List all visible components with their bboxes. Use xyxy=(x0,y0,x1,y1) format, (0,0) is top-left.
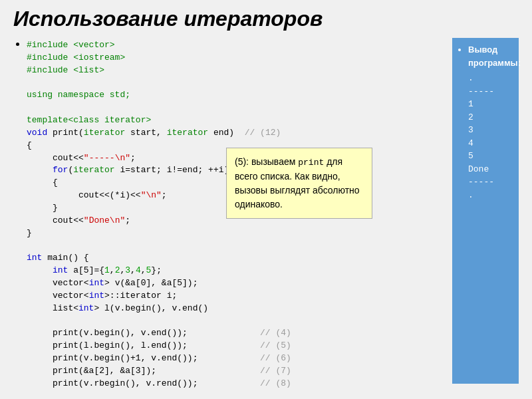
output-code: . ----- 1 2 3 4 5 Done ----- . xyxy=(468,72,513,201)
page: Использование итераторов #include <vecto… xyxy=(0,0,532,399)
code-block: #include <vector> #include <iostream> #i… xyxy=(27,39,452,399)
tooltip-code: print xyxy=(298,158,324,168)
code-list-item: #include <vector> #include <iostream> #i… xyxy=(27,38,452,399)
tooltip-text1: (5): вызываем xyxy=(235,156,298,167)
code-section: #include <vector> #include <iostream> #i… xyxy=(13,38,452,384)
tooltip-box: (5): вызываем print для всего списка. Ка… xyxy=(226,148,372,219)
code-list: #include <vector> #include <iostream> #i… xyxy=(13,38,452,399)
right-panel: Вывод программы: . ----- 1 2 3 4 5 Done … xyxy=(452,38,519,384)
right-panel-item: Вывод программы: . ----- 1 2 3 4 5 Done … xyxy=(468,43,513,201)
page-title: Использование итераторов xyxy=(13,7,519,31)
main-content: #include <vector> #include <iostream> #i… xyxy=(13,38,519,384)
right-panel-list: Вывод программы: . ----- 1 2 3 4 5 Done … xyxy=(458,43,513,201)
output-label: Вывод программы: xyxy=(468,43,513,69)
